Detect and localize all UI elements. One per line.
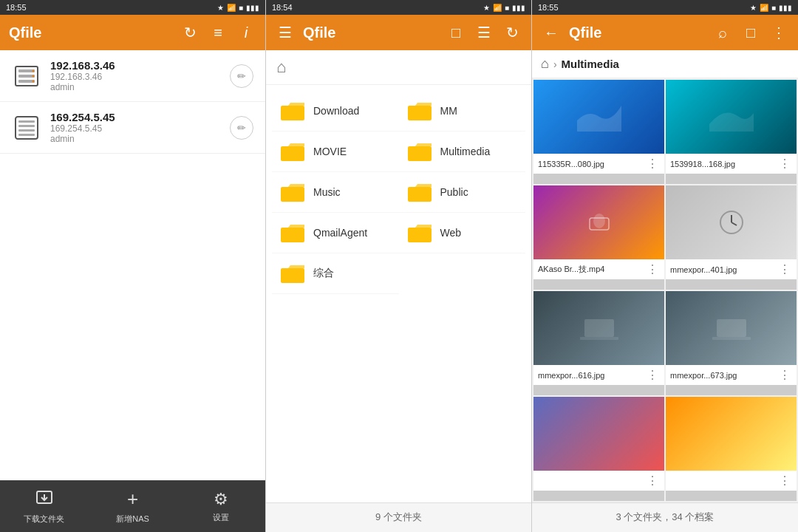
svg-rect-32 <box>717 319 746 337</box>
breadcrumb-home-icon[interactable]: ⌂ <box>541 56 549 72</box>
add-nas-button[interactable]: + 新增NAS <box>89 480 177 532</box>
folder-item-download[interactable]: Download <box>272 91 399 132</box>
media-more-5[interactable]: ⋮ <box>777 368 792 382</box>
wifi-icon-mid: 📶 <box>493 4 502 12</box>
device-edit-1[interactable]: ✏ <box>230 64 253 88</box>
settings-button[interactable]: ⚙ 设置 <box>177 480 265 532</box>
device-edit-2[interactable]: ✏ <box>230 116 253 140</box>
search-icon[interactable]: ⌕ <box>712 24 733 41</box>
media-label-row-2: AKaso Br...技.mp4 ⋮ <box>533 259 664 279</box>
media-filename-3: mmexpor...401.jpg <box>670 265 777 274</box>
folder-icon-web <box>406 222 433 244</box>
mid-footer: 9 个文件夹 <box>266 502 531 532</box>
folder-label-mm: MM <box>440 105 457 117</box>
mid-footer-text: 9 个文件夹 <box>375 511 422 522</box>
svg-rect-33 <box>712 337 751 340</box>
svg-point-4 <box>33 69 35 72</box>
add-nas-label: 新增NAS <box>116 514 149 525</box>
media-label-row-5: mmexpor...673.jpg ⋮ <box>666 365 797 385</box>
media-more-7[interactable]: ⋮ <box>777 474 792 488</box>
media-thumb-5 <box>666 291 797 365</box>
media-more-2[interactable]: ⋮ <box>645 262 660 276</box>
signal-icon: ■ <box>239 4 243 12</box>
app-title-left: Qfile <box>9 24 172 41</box>
svg-rect-21 <box>408 228 432 242</box>
media-filename-4: mmexpor...616.jpg <box>538 371 645 380</box>
media-filename-5: mmexpor...673.jpg <box>670 371 777 380</box>
media-more-1[interactable]: ⋮ <box>777 157 792 171</box>
media-item-0[interactable]: 115335R...080.jpg ⋮ <box>533 80 664 184</box>
device-info-1: 192.168.3.46 192.168.3.46 admin <box>50 59 221 92</box>
svg-rect-16 <box>281 146 304 161</box>
app-title-mid: Qfile <box>303 24 438 41</box>
media-item-4[interactable]: mmexpor...616.jpg ⋮ <box>533 291 664 395</box>
folder-item-综合[interactable]: 综合 <box>272 253 399 294</box>
folder-item-web[interactable]: Web <box>399 213 526 253</box>
status-time-left: 18:55 <box>6 3 27 12</box>
download-folder-icon <box>35 488 53 511</box>
media-item-5[interactable]: mmexpor...673.jpg ⋮ <box>666 291 797 395</box>
device-user-1: admin <box>50 82 221 92</box>
folder-label-综合: 综合 <box>313 267 334 280</box>
more-icon[interactable]: ⋮ <box>768 24 789 41</box>
media-more-0[interactable]: ⋮ <box>645 157 660 171</box>
media-item-1[interactable]: 1539918...168.jpg ⋮ <box>666 80 797 184</box>
list-icon[interactable]: ☰ <box>474 24 494 41</box>
folder-item-multimedia[interactable]: Multimedia <box>399 132 526 172</box>
add-nas-icon: + <box>127 488 138 511</box>
refresh-icon-mid[interactable]: ↻ <box>502 24 522 41</box>
back-icon[interactable]: ← <box>541 24 562 41</box>
device-ip-main-2: 169.254.5.45 <box>50 111 221 123</box>
settings-label: 设置 <box>213 512 229 523</box>
folder-icon-music <box>279 181 306 203</box>
media-item-3[interactable]: mmexpor...401.jpg ⋮ <box>666 185 797 290</box>
media-thumb-7 <box>666 397 797 471</box>
home-icon[interactable]: ⌂ <box>276 58 286 76</box>
folder-label-multimedia: Multimedia <box>440 146 491 157</box>
cast-icon[interactable]: □ <box>446 24 466 41</box>
device-list: 192.168.3.46 192.168.3.46 admin ✏ 169.25… <box>0 50 265 480</box>
media-item-2[interactable]: AKaso Br...技.mp4 ⋮ <box>533 185 664 290</box>
device-item-2[interactable]: 169.254.5.45 169.254.5.45 admin ✏ <box>0 102 265 154</box>
folder-icon-public <box>406 181 433 203</box>
refresh-icon[interactable]: ↻ <box>180 24 200 41</box>
status-icons-mid: ★ 📶 ■ ▮▮▮ <box>483 4 525 12</box>
device-icon-1 <box>12 61 41 91</box>
device-item-1[interactable]: 192.168.3.46 192.168.3.46 admin ✏ <box>0 50 265 102</box>
folder-item-movie[interactable]: MOVIE <box>272 132 399 172</box>
folder-item-music[interactable]: Music <box>272 172 399 213</box>
media-thumb-1 <box>666 80 797 154</box>
folder-item-public[interactable]: Public <box>399 172 526 213</box>
folder-grid: Download MM MOVIE <box>266 85 531 502</box>
folder-item-qmailagent[interactable]: QmailAgent <box>272 213 399 253</box>
folder-label-qmailagent: QmailAgent <box>313 227 367 239</box>
media-more-6[interactable]: ⋮ <box>645 474 660 488</box>
battery-icon-right: ▮▮▮ <box>779 4 792 12</box>
cast-icon-right[interactable]: □ <box>740 24 761 41</box>
svg-rect-17 <box>408 146 432 161</box>
media-thumb-0 <box>533 80 664 154</box>
download-folder-button[interactable]: 下载文件夹 <box>0 480 89 532</box>
folder-label-web: Web <box>440 227 462 239</box>
device-icon-2 <box>12 113 41 143</box>
topbar-left: Qfile ↻ ≡ i <box>0 15 265 50</box>
settings-icon: ⚙ <box>214 490 228 509</box>
media-grid: 115335R...080.jpg ⋮ 1539918...168.jpg ⋮ … <box>532 78 798 502</box>
info-icon[interactable]: i <box>236 24 256 41</box>
breadcrumb-separator: › <box>553 58 557 70</box>
folder-icon-综合 <box>279 262 306 284</box>
svg-rect-30 <box>584 319 614 337</box>
device-user-2: admin <box>50 134 221 144</box>
media-item-6[interactable]: ⋮ <box>533 397 664 501</box>
breadcrumb: ⌂ › Multimedia <box>532 50 798 78</box>
menu-icon[interactable]: ☰ <box>275 24 296 41</box>
media-item-7[interactable]: ⋮ <box>666 397 797 501</box>
right-footer: 3 个文件夹，34 个档案 <box>532 502 798 532</box>
folder-item-mm[interactable]: MM <box>399 91 526 132</box>
media-more-3[interactable]: ⋮ <box>777 262 792 276</box>
mid-panel: 18:54 ★ 📶 ■ ▮▮▮ ☰ Qfile □ ☰ ↻ ⌂ Download <box>266 0 532 532</box>
media-more-4[interactable]: ⋮ <box>645 368 660 382</box>
bluetooth-icon: ★ <box>217 4 224 12</box>
wifi-icon: 📶 <box>227 4 236 12</box>
upload-icon[interactable]: ≡ <box>208 24 228 41</box>
